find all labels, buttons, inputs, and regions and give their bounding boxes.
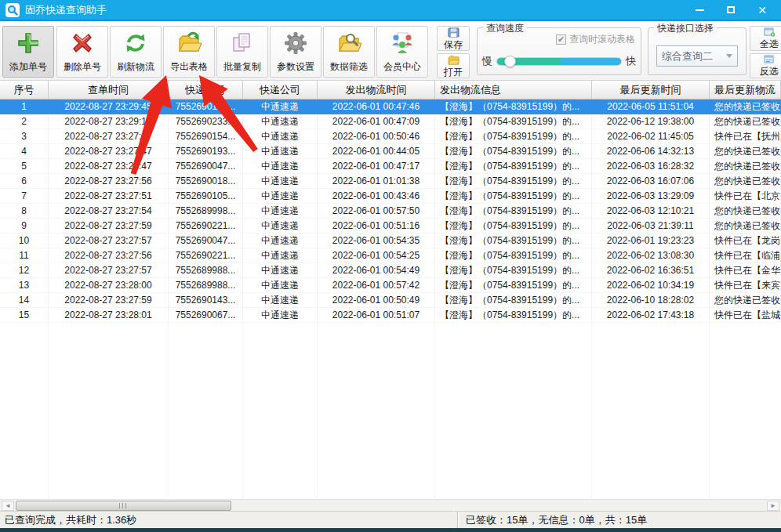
horizontal-scrollbar[interactable]: ◄ ► [0, 499, 781, 511]
table-row[interactable]: 22022-08-27 23:29:177552690233...中通速递202… [0, 114, 781, 129]
toolbar-button-label: 会员中心 [383, 60, 421, 74]
save-label: 保存 [444, 40, 463, 50]
table-cell: 快件已在【盐城 [710, 308, 781, 323]
toolbar: 添加单号 删除单号 刷新物流 [0, 23, 781, 81]
column-header[interactable]: 最后更新物流 [710, 81, 781, 99]
column-header[interactable]: 查单时间 [49, 81, 169, 99]
table-cell: 7552690143... [169, 293, 243, 308]
table-cell: 2022-06-01 00:54:25 [318, 248, 435, 263]
table-cell: 快件已在【龙岗 [710, 233, 781, 248]
table-cell: 7552690193... [169, 144, 243, 159]
table-cell: 您的快递已签收 [710, 204, 781, 219]
column-header[interactable]: 快递公司 [243, 81, 318, 99]
close-button[interactable]: ✕ [757, 5, 768, 16]
column-header[interactable]: 最后更新时间 [592, 81, 710, 99]
filter-search-icon [336, 31, 361, 58]
table-row[interactable]: 62022-08-27 23:27:567552690018...中通速递202… [0, 174, 781, 189]
table-cell: 7552690154... [169, 129, 243, 144]
chevron-down-icon [726, 54, 732, 58]
scroll-right-button[interactable]: ► [767, 501, 779, 511]
save-button[interactable]: 保存 [437, 26, 470, 51]
toolbar-button-label: 数据筛选 [330, 60, 368, 74]
table-cell: 中通速递 [243, 129, 318, 144]
batch-copy-button[interactable]: 批量复制 [216, 26, 268, 78]
column-header[interactable]: 序号 [0, 81, 49, 99]
toolbar-button-label: 添加单号 [9, 60, 47, 74]
invert-selection-icon [764, 55, 776, 67]
table-row[interactable]: 152022-08-27 23:28:017552690067...中通速递20… [0, 308, 781, 323]
table-cell: 中通速递 [243, 159, 318, 174]
maximize-button[interactable] [725, 5, 736, 16]
data-filter-button[interactable]: 数据筛选 [323, 26, 375, 78]
table-row[interactable]: 122022-08-27 23:27:577552689988...中通速递20… [0, 263, 781, 278]
logistics-table: 序号查单时间快递单号快递公司发出物流时间发出物流信息最后更新时间最后更新物流 1… [0, 81, 781, 499]
table-row[interactable]: 82022-08-27 23:27:547552689998...中通速递202… [0, 204, 781, 219]
table-cell: 2022-08-27 23:27:47 [49, 144, 169, 159]
fast-label: 快 [626, 54, 636, 68]
table-cell: 1 [0, 100, 49, 114]
table-row[interactable]: 92022-08-27 23:27:597552690221...中通速递202… [0, 219, 781, 233]
window-bottom-edge [0, 528, 781, 532]
table-cell: 2022-08-27 23:28:00 [49, 278, 169, 293]
speed-slider[interactable] [496, 57, 622, 66]
copy-icon [230, 31, 255, 58]
table-row[interactable]: 102022-08-27 23:27:577552690047...中通速递20… [0, 233, 781, 248]
speed-slider-thumb[interactable] [504, 56, 516, 67]
table-cell: 2022-06-03 21:39:11 [592, 219, 710, 233]
table-row[interactable]: 12022-08-27 23:29:457552690148...中通速递202… [0, 100, 781, 114]
speed-slider-row: 慢 快 [482, 54, 636, 68]
table-row[interactable]: 52022-08-27 23:27:477552690047...中通速递202… [0, 159, 781, 174]
interface-selected-value: 综合查询二 [662, 49, 713, 63]
delete-number-button[interactable]: 删除单号 [56, 26, 108, 78]
table-cell: 2022-06-03 16:28:32 [592, 159, 710, 174]
table-cell: 2022-08-27 23:27:59 [49, 219, 169, 233]
table-cell: 10 [0, 233, 49, 248]
toolbar-button-label: 批量复制 [223, 60, 261, 74]
table-header-row: 序号查单时间快递单号快递公司发出物流时间发出物流信息最后更新时间最后更新物流 [0, 81, 781, 100]
save-icon [448, 27, 460, 40]
column-header[interactable]: 快递单号 [169, 81, 243, 99]
select-all-icon [764, 27, 776, 39]
table-cell: 快件已在【来宾 [710, 278, 781, 293]
status-bar: 已查询完成，共耗时：1.36秒 已签收：15单，无信息：0单，共：15单 [0, 511, 781, 528]
table-row[interactable]: 142022-08-27 23:27:597552690143...中通速递20… [0, 293, 781, 308]
scrollbar-thumb[interactable] [16, 501, 231, 511]
select-all-button[interactable]: 全选 [750, 26, 781, 51]
minimize-button[interactable] [694, 5, 705, 16]
query-speed-group-title: 查询速度 [483, 23, 527, 35]
table-cell: 2022-06-02 16:36:51 [592, 263, 710, 278]
open-label: 打开 [444, 67, 463, 78]
empty-column [49, 323, 169, 499]
table-cell: 2022-06-02 10:34:19 [592, 278, 710, 293]
table-row[interactable]: 72022-08-27 23:27:517552690105...中通速递202… [0, 189, 781, 204]
settings-button[interactable]: 参数设置 [270, 26, 321, 78]
scroll-table-checkbox-row[interactable]: ✔ 查询时滚动表格 [556, 33, 635, 46]
scroll-table-checkbox[interactable]: ✔ [556, 34, 566, 45]
table-cell: 7552690047... [169, 159, 243, 174]
table-cell: 2022-08-27 23:27:47 [49, 129, 169, 144]
interface-select-dropdown[interactable]: 综合查询二 [656, 45, 738, 67]
table-cell: 2022-06-02 17:43:18 [592, 308, 710, 323]
table-row[interactable]: 42022-08-27 23:27:477552690193...中通速递202… [0, 144, 781, 159]
export-table-button[interactable]: 导出表格 [163, 26, 215, 78]
column-header[interactable]: 发出物流时间 [318, 81, 435, 99]
table-cell: 2022-06-01 00:43:46 [318, 189, 435, 204]
table-cell: 7552689988... [169, 263, 243, 278]
table-cell: 7552690221... [169, 219, 243, 233]
table-row[interactable]: 32022-08-27 23:27:477552690154...中通速递202… [0, 129, 781, 144]
open-button[interactable]: 打开 [437, 53, 470, 78]
add-number-button[interactable]: 添加单号 [2, 26, 54, 78]
app-window: 固乔快递查询助手 ✕ 添加单号 删除单号 [0, 0, 781, 532]
title-bar: 固乔快递查询助手 ✕ [0, 0, 781, 21]
member-center-button[interactable]: 会员中心 [376, 26, 428, 78]
column-header[interactable]: 发出物流信息 [435, 81, 592, 99]
table-cell: 中通速递 [243, 114, 318, 129]
invert-selection-button[interactable]: 反选 [750, 53, 781, 78]
table-cell: 【澄海】（0754-83915199）的... [435, 233, 592, 248]
table-row[interactable]: 112022-08-27 23:27:567552690221...中通速递20… [0, 248, 781, 263]
refresh-logistics-button[interactable]: 刷新物流 [110, 26, 162, 78]
scroll-table-checkbox-label: 查询时滚动表格 [569, 33, 635, 46]
scroll-left-button[interactable]: ◄ [2, 501, 14, 511]
empty-column [318, 323, 435, 499]
table-row[interactable]: 132022-08-27 23:28:007552689988...中通速递20… [0, 278, 781, 293]
